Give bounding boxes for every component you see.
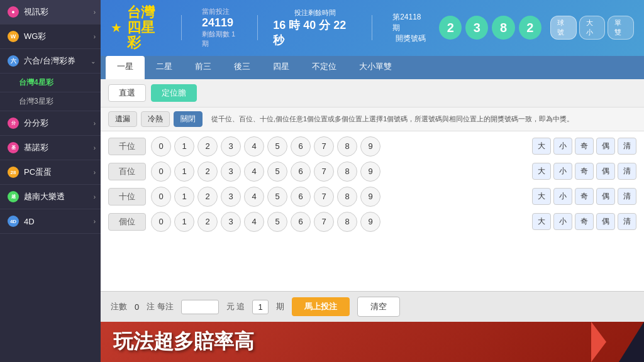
tab-unpositioned[interactable]: 不定位 <box>301 56 348 79</box>
sidebar-item-viet[interactable]: 越 越南大樂透 › <box>0 185 101 209</box>
num-ball-3-4[interactable]: 4 <box>244 212 264 232</box>
num-ball-2-2[interactable]: 2 <box>197 187 218 207</box>
num-ball-2-9[interactable]: 9 <box>360 187 380 207</box>
sidebar-item-egg[interactable]: 28 PC蛋蛋 › <box>0 160 101 185</box>
sub-tab-position[interactable]: 定位膽 <box>151 84 197 102</box>
num-ball-2-0[interactable]: 0 <box>151 187 171 207</box>
quick-btn-3-2[interactable]: 奇 <box>575 213 594 230</box>
num-ball-1-0[interactable]: 0 <box>151 162 171 182</box>
bet-unit-label: 注 每注 <box>147 301 174 312</box>
num-ball-0-0[interactable]: 0 <box>151 136 171 156</box>
star-icon: ★ <box>111 20 122 35</box>
num-ball-2-6[interactable]: 6 <box>291 187 311 207</box>
ball-1: 2 <box>439 16 462 40</box>
num-ball-1-9[interactable]: 9 <box>360 162 380 182</box>
num-ball-1-5[interactable]: 5 <box>267 162 287 182</box>
quick-btn-0-0[interactable]: 大 <box>532 138 551 155</box>
quick-btn-1-4[interactable]: 清 <box>618 163 636 180</box>
num-ball-2-3[interactable]: 3 <box>221 187 241 207</box>
num-ball-2-5[interactable]: 5 <box>267 187 287 207</box>
num-ball-3-9[interactable]: 9 <box>360 212 380 232</box>
quick-btn-0-4[interactable]: 清 <box>618 138 636 155</box>
period-label: 第24118 期 <box>392 12 429 33</box>
num-ball-0-1[interactable]: 1 <box>174 136 194 156</box>
num-ball-2-4[interactable]: 4 <box>244 187 264 207</box>
period-sub: 開獎號碼 <box>396 33 426 44</box>
num-ball-1-1[interactable]: 1 <box>174 162 194 182</box>
num-ball-2-8[interactable]: 8 <box>337 187 357 207</box>
num-ball-2-1[interactable]: 1 <box>174 187 194 207</box>
quick-btn-0-1[interactable]: 小 <box>553 138 572 155</box>
tv-icon: ● <box>8 6 19 18</box>
clear-button[interactable]: 清空 <box>357 297 400 317</box>
egg-icon: 28 <box>8 167 19 178</box>
num-ball-1-6[interactable]: 6 <box>291 162 311 182</box>
num-ball-3-0[interactable]: 0 <box>151 212 171 232</box>
num-ball-0-5[interactable]: 5 <box>267 136 287 156</box>
quick-btn-2-3[interactable]: 偶 <box>596 188 615 205</box>
banner-arrow <box>591 322 606 362</box>
num-ball-3-6[interactable]: 6 <box>291 212 311 232</box>
sidebar-item-fen[interactable]: 分 分分彩 › <box>0 111 101 136</box>
tab-1star[interactable]: 一星 <box>106 56 145 79</box>
number-balls-3: 0123456789 <box>151 212 527 232</box>
bet-amount-input[interactable] <box>181 300 219 314</box>
num-ball-0-2[interactable]: 2 <box>197 136 218 156</box>
num-ball-0-3[interactable]: 3 <box>221 136 241 156</box>
num-ball-3-1[interactable]: 1 <box>174 212 194 232</box>
quick-btn-2-2[interactable]: 奇 <box>575 188 594 205</box>
ball-tabs: 球號 大小 單雙 <box>550 16 634 40</box>
sidebar-item-tv[interactable]: ● 視訊彩 › <box>0 0 101 25</box>
quick-btn-1-0[interactable]: 大 <box>532 163 551 180</box>
num-ball-1-7[interactable]: 7 <box>314 162 334 182</box>
quick-btn-1-3[interactable]: 偶 <box>596 163 615 180</box>
quick-btn-3-3[interactable]: 偶 <box>596 213 615 230</box>
tab-2star[interactable]: 二星 <box>145 56 184 79</box>
quick-btn-0-3[interactable]: 偶 <box>596 138 615 155</box>
ball-tab-size[interactable]: 大小 <box>579 16 606 40</box>
num-ball-0-6[interactable]: 6 <box>291 136 311 156</box>
num-ball-1-8[interactable]: 8 <box>337 162 357 182</box>
tab-front3[interactable]: 前三 <box>184 56 223 79</box>
filter-missing[interactable]: 遺漏 <box>108 111 137 127</box>
filter-hot[interactable]: 冷熱 <box>141 111 170 127</box>
num-ball-3-3[interactable]: 3 <box>221 212 241 232</box>
sidebar-item-wg[interactable]: W WG彩 › <box>0 25 101 49</box>
num-ball-2-7[interactable]: 7 <box>314 187 334 207</box>
quick-btn-2-0[interactable]: 大 <box>532 188 551 205</box>
sub-tab-direct[interactable]: 直選 <box>108 84 146 102</box>
quick-btn-1-1[interactable]: 小 <box>553 163 572 180</box>
tab-4star[interactable]: 四星 <box>262 56 301 79</box>
sidebar-item-ji[interactable]: 基 基諾彩 › <box>0 136 101 160</box>
sidebar-item-4d[interactable]: 4D 4D › <box>0 209 101 234</box>
num-ball-3-2[interactable]: 2 <box>197 212 218 232</box>
ball-tab-number[interactable]: 球號 <box>550 16 577 40</box>
num-ball-1-2[interactable]: 2 <box>197 162 218 182</box>
num-ball-1-4[interactable]: 4 <box>244 162 264 182</box>
tab-size-odd[interactable]: 大小單雙 <box>348 56 403 79</box>
quick-btn-3-0[interactable]: 大 <box>532 213 551 230</box>
num-ball-1-3[interactable]: 3 <box>221 162 241 182</box>
quick-btn-1-2[interactable]: 奇 <box>575 163 594 180</box>
sidebar-sub-4star[interactable]: 台灣4星彩 <box>0 74 101 92</box>
quick-btn-3-4[interactable]: 清 <box>618 213 636 230</box>
num-ball-0-8[interactable]: 8 <box>337 136 357 156</box>
num-ball-3-5[interactable]: 5 <box>267 212 287 232</box>
sidebar-sub-3star[interactable]: 台灣3星彩 <box>0 92 101 111</box>
quick-btn-2-1[interactable]: 小 <box>553 188 572 205</box>
quick-btn-0-2[interactable]: 奇 <box>575 138 594 155</box>
num-ball-0-7[interactable]: 7 <box>314 136 334 156</box>
num-ball-3-7[interactable]: 7 <box>314 212 334 232</box>
sidebar-item-lottery[interactable]: 六 六合/台灣彩券 ⌄ <box>0 49 101 74</box>
quick-btn-2-4[interactable]: 清 <box>618 188 636 205</box>
num-ball-0-4[interactable]: 4 <box>244 136 264 156</box>
filter-close[interactable]: 關閉 <box>174 111 203 127</box>
ball-tab-odd[interactable]: 單雙 <box>608 16 634 40</box>
chevron-right-icon: › <box>94 145 96 151</box>
num-ball-3-8[interactable]: 8 <box>337 212 357 232</box>
tab-back3[interactable]: 後三 <box>223 56 262 79</box>
bet-button[interactable]: 馬上投注 <box>292 297 350 316</box>
period-input[interactable]: 1 <box>252 300 268 314</box>
quick-btn-3-1[interactable]: 小 <box>553 213 572 230</box>
num-ball-0-9[interactable]: 9 <box>360 136 380 156</box>
